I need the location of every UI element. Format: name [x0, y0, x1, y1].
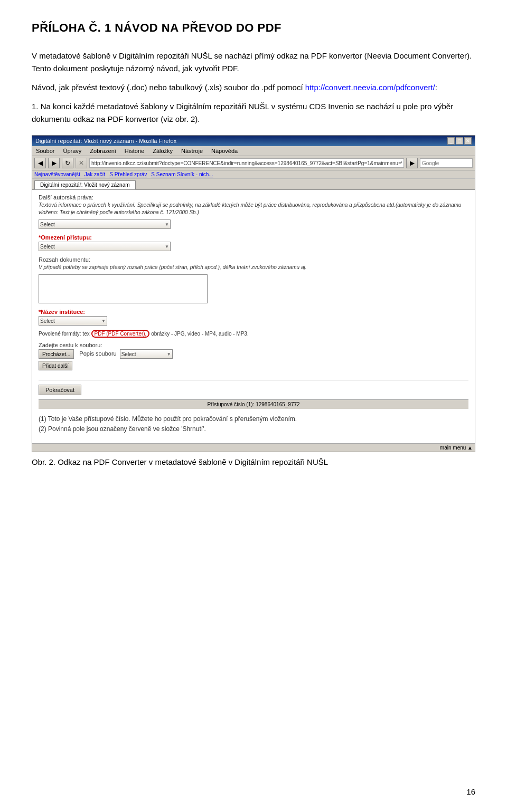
browser-content: Další autorská práva: Textová informace … — [32, 190, 475, 443]
titlebar-controls: _ □ ✕ — [447, 137, 472, 145]
url-bar[interactable] — [89, 158, 404, 168]
access-number-bar: Přístupové číslo (1): 1298640165_9772 — [39, 399, 468, 409]
bookmark-seznam[interactable]: S Seznam Slovník - nich... — [151, 171, 213, 177]
browser-window: Digitální repozitář: Vložit nový záznam … — [32, 135, 475, 452]
pridat-button[interactable]: Přidat další — [39, 361, 72, 370]
select-nazev-instituce[interactable]: Select ▼ — [39, 316, 107, 326]
active-tab[interactable]: Digitální repozitář: Vložit nový záznam — [34, 180, 136, 189]
close-button[interactable]: ✕ — [464, 137, 472, 145]
omezeni-label-red: *Omezení přístupu: — [39, 234, 92, 241]
para2-text1: Návod, jak převést textový (.doc) nebo t… — [32, 83, 305, 92]
omezeni-label: *Omezení přístupu: — [39, 234, 468, 241]
select-nazev-value: Select — [40, 318, 55, 324]
minimize-button[interactable]: _ — [447, 137, 455, 145]
tab-bar: Digitální repozitář: Vložit nový záznam — [32, 179, 475, 190]
select-omezeni-value: Select — [40, 244, 55, 250]
cestu-section: Zadejte cestu k souboru: Procházet... Po… — [39, 342, 468, 375]
allowed-formats-text: Povolené formáty: tex PDF (PDF Converter… — [39, 331, 468, 337]
para2-suffix: : — [435, 83, 437, 92]
bookmarks-bar: Nejnavštěvovanější Jak začít S Přehled z… — [32, 170, 475, 179]
rozsah-italic: V případě potřeby se zapisuje přesný roz… — [39, 264, 468, 271]
allowed-formats-section: Povolené formáty: tex PDF (PDF Converter… — [39, 331, 468, 337]
section1-text: 1. Na konci každé metadatové šablony v D… — [32, 100, 475, 126]
cestu-row: Procházet... Popis souboru Select ▼ — [39, 349, 468, 359]
browser-toolbar: ◀ ▶ ↻ ✕ ▶ — [32, 156, 475, 170]
chevron-down-icon-4: ▼ — [167, 352, 171, 357]
howto-paragraph: Návod, jak převést textový (.doc) nebo t… — [32, 81, 475, 94]
rozsah-label: Rozsah dokumentu: — [39, 256, 468, 263]
maximize-button[interactable]: □ — [456, 137, 463, 145]
page-title: PŘÍLOHA Č. 1 NÁVOD NA PŘEVOD DO PDF — [32, 21, 475, 35]
popis-souboru-label: Popis souboru — [79, 350, 116, 357]
menu-historie[interactable]: Historie — [123, 147, 146, 155]
bookmark-nejnavstevovanejsi[interactable]: Nejnavštěvovanější — [34, 171, 80, 177]
footer-notes: (1) Toto je Vaše přístupové číslo. Můžet… — [39, 414, 468, 434]
intro-paragraph: V metadatové šabloně v Digitálním repozi… — [32, 50, 475, 75]
menu-zobrazeni[interactable]: Zobrazení — [88, 147, 118, 155]
pdf-convert-link[interactable]: http://convert.neevia.com/pdfconvert/ — [305, 83, 435, 92]
rozsah-textarea[interactable] — [39, 274, 208, 303]
go-button[interactable]: ▶ — [406, 158, 418, 168]
formats-text1: Povolené formáty: tex — [39, 331, 90, 337]
select-dalsi-autorska[interactable]: Select ▼ — [39, 219, 171, 229]
nazev-instituce-label: *Název instituce: — [39, 309, 468, 315]
back-button[interactable]: ◀ — [34, 158, 46, 168]
menu-napoveda[interactable]: Nápověda — [210, 147, 239, 155]
stop-button[interactable]: ✕ — [76, 158, 87, 168]
pokracovat-section: Pokračovat — [39, 385, 468, 399]
chevron-down-icon-2: ▼ — [165, 244, 169, 249]
browser-titlebar: Digitální repozitář: Vložit nový záznam … — [32, 136, 475, 146]
menu-upravy[interactable]: Úpravy — [61, 147, 83, 155]
chevron-down-icon: ▼ — [165, 222, 169, 227]
select-omezeni[interactable]: Select ▼ — [39, 242, 171, 251]
forward-button[interactable]: ▶ — [48, 158, 60, 168]
menu-nastroje[interactable]: Nástroje — [180, 147, 204, 155]
figure-caption: Obr. 2. Odkaz na PDF Converter v metadat… — [32, 457, 475, 466]
divider — [39, 380, 468, 380]
nazev-instituce-label-red: *Název instituce: — [39, 309, 85, 315]
status-bar-text: main menu ▲ — [440, 445, 473, 451]
select-popis-value: Select — [121, 351, 136, 357]
bookmark-jak-zacit[interactable]: Jak začít — [84, 171, 105, 177]
browser-status-bar: main menu ▲ — [32, 443, 475, 452]
browse-button[interactable]: Procházet... — [39, 349, 74, 359]
cestu-label: Zadejte cestu k souboru: — [39, 342, 468, 348]
nazev-instituce-section: *Název instituce: Select ▼ — [39, 309, 468, 326]
menu-zalozky[interactable]: Záložky — [151, 147, 174, 155]
select-popis-souboru[interactable]: Select ▼ — [120, 349, 173, 359]
page-form: Další autorská práva: Textová informace … — [32, 190, 475, 438]
formats-text2: obrázky - JPG, video - MP4, audio - MP3. — [151, 331, 249, 337]
select-dalsi-autorska-value: Select — [40, 222, 55, 227]
pokracovat-button[interactable]: Pokračovat — [39, 385, 81, 395]
dalsi-autorska-label: Další autorská práva: — [39, 194, 468, 200]
pdf-converter-highlight: PDF (PDF Converter), — [91, 330, 150, 338]
browser-title: Digitální repozitář: Vložit nový záznam … — [35, 138, 176, 144]
footer-note1: (1) Toto je Vaše přístupové číslo. Můžet… — [39, 414, 468, 424]
footer-note2: (2) Povinná pole jsou označeny červeně v… — [39, 424, 468, 434]
rozsah-section: Rozsah dokumentu: V případě potřeby se z… — [39, 256, 468, 303]
page-number: 16 — [466, 787, 475, 796]
dalsi-autorska-italic: Textová informace o právech k využívání.… — [39, 202, 468, 216]
menu-soubor[interactable]: Soubor — [34, 147, 56, 155]
search-input[interactable] — [420, 158, 473, 168]
chevron-down-icon-3: ▼ — [101, 319, 106, 323]
browser-menubar: Soubor Úpravy Zobrazení Historie Záložky… — [32, 146, 475, 156]
bookmark-prehled[interactable]: S Přehled zpráv — [109, 171, 147, 177]
omezeni-section: *Omezení přístupu: Select ▼ — [39, 234, 468, 251]
reload-button[interactable]: ↻ — [62, 158, 73, 168]
dalsi-autorska-section: Další autorská práva: Textová informace … — [39, 194, 468, 229]
